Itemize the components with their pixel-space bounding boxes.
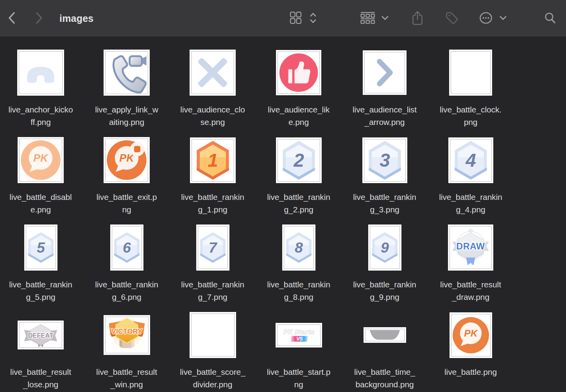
file-thumbnail[interactable]: PK [450,312,492,358]
svg-text:4: 4 [465,150,476,170]
file-thumbnail[interactable] [190,50,236,96]
file-thumbnail[interactable] [449,50,492,96]
view-sort-stepper[interactable] [310,12,317,25]
svg-text:9: 9 [381,239,389,256]
victory-badge-icon: VICTORY [106,317,148,353]
file-grid: live_anchor_kicko ff.png live_apply_link… [0,37,566,387]
file-item[interactable]: live_audience_list _arrow.png [342,37,428,125]
file-thumbnail[interactable]: PK [104,137,150,183]
file-thumbnail[interactable]: PK Starts VS [276,323,322,347]
file-item[interactable]: 9 live_battle_rankin g_9.png [342,212,428,299]
file-item[interactable]: live_battle_time_ background.png [342,299,428,387]
more-options-chevron[interactable] [500,16,507,21]
defeat-badge-icon: DEFEAT [20,323,62,347]
file-item[interactable]: live_anchor_kicko ff.png [0,37,84,125]
file-item[interactable]: 7 live_battle_rankin g_7.png [170,212,256,299]
group-by-icon [360,12,375,25]
draw-badge-icon: DRAW [450,226,491,269]
file-name[interactable]: live_battle_time_ background.png [342,366,428,391]
file-item[interactable]: live_audience_clo se.png [170,37,256,125]
blank-icon [192,314,234,356]
search-icon [544,12,556,25]
file-item[interactable]: DRAW live_battle_result _draw.png [428,212,514,299]
pk-starts-icon: PK Starts VS [278,325,320,346]
file-thumbnail[interactable]: PK [18,137,64,183]
finder-toolbar: images [0,0,566,37]
file-thumbnail[interactable]: 8 [282,225,315,271]
file-item[interactable]: 2 live_battle_rankin g_2.png [256,125,342,212]
svg-text:PK: PK [33,152,49,164]
blank-icon [451,52,490,94]
file-thumbnail[interactable]: DRAW [448,225,493,271]
rank-2-icon: 2 [278,139,320,181]
file-item[interactable]: DEFEAT live_battle_result _lose.png [0,299,84,387]
chevron-right-icon [35,11,43,26]
file-thumbnail[interactable]: 1 [190,137,236,183]
file-thumbnail[interactable] [364,327,406,343]
file-item[interactable]: PK Starts VS live_battle_start.p ng [256,299,342,387]
file-item[interactable]: live_battle_score_ divider.png [170,299,256,387]
file-item[interactable]: PK live_battle_disabl e.png [0,125,84,212]
share-icon [411,10,424,27]
more-ellipsis-icon [479,12,493,25]
file-item[interactable]: PK live_battle_exit.p ng [84,125,170,212]
file-thumbnail[interactable] [190,312,236,358]
file-thumbnail[interactable]: 9 [368,225,401,271]
rank-7-icon: 7 [198,226,227,269]
file-thumbnail[interactable]: VICTORY [104,315,150,355]
file-name[interactable]: live_battle_result _lose.png [0,366,84,391]
file-item[interactable]: PK live_battle.png [428,299,514,387]
file-thumbnail[interactable]: 3 [362,137,407,183]
file-item[interactable]: live_audience_lik e.png [256,37,342,125]
file-name[interactable]: live_battle_score_ divider.png [170,366,256,391]
group-by-button[interactable] [360,12,375,25]
file-thumbnail[interactable] [17,50,64,96]
file-thumbnail[interactable] [363,50,407,95]
chevron-right-icon [365,52,405,93]
rank-4-icon: 4 [450,139,491,181]
rank-3-icon: 3 [364,139,405,181]
file-thumbnail[interactable] [276,50,321,95]
file-item[interactable]: 4 live_battle_rankin g_4.png [428,125,514,212]
file-item[interactable]: 1 live_battle_rankin g_1.png [170,125,256,212]
file-name[interactable]: live_battle_result _win.png [84,366,170,391]
pk-disabled-icon: PK [20,139,62,181]
file-item[interactable]: 8 live_battle_rankin g_8.png [256,212,342,299]
share-button[interactable] [411,10,424,27]
svg-text:7: 7 [209,239,218,256]
file-item[interactable]: live_apply_link_w aiting.png [84,37,170,125]
back-button[interactable] [7,11,16,26]
rank-8-icon: 8 [284,226,313,269]
file-name[interactable]: live_battle.png [428,366,514,378]
file-name[interactable]: live_battle_start.p ng [256,366,342,391]
file-thumbnail[interactable]: 6 [110,225,143,271]
file-thumbnail[interactable]: 7 [196,225,229,271]
rank-5-icon: 5 [26,226,56,269]
chevron-down-icon [382,16,389,21]
pk-exit-icon: PK [106,139,148,181]
rank-1-icon: 1 [192,139,234,181]
group-by-chevron[interactable] [382,16,389,21]
window-title: images [59,13,93,24]
file-thumbnail[interactable]: DEFEAT [18,321,64,349]
svg-text:VICTORY: VICTORY [111,328,142,335]
svg-text:PK Starts: PK Starts [283,328,314,335]
file-item[interactable]: 6 live_battle_rankin g_6.png [84,212,170,299]
file-thumbnail[interactable]: 5 [24,225,57,271]
forward-button[interactable] [34,11,44,26]
file-thumbnail[interactable]: 4 [448,137,493,183]
svg-text:1: 1 [208,150,218,170]
view-mode-button[interactable] [290,11,302,25]
more-options-button[interactable] [479,12,493,25]
phone-video-icon [106,52,148,94]
file-item[interactable]: 3 live_battle_rankin g_3.png [342,125,428,212]
file-item[interactable]: VICTORY live_battle_result _win.png [84,299,170,387]
chevron-up-down-icon [310,12,317,25]
tag-button[interactable] [445,11,459,26]
file-item[interactable]: 5 live_battle_rankin g_5.png [0,212,84,299]
svg-text:DEFEAT: DEFEAT [28,332,53,339]
file-item[interactable]: live_battle_clock. png [428,37,514,125]
file-thumbnail[interactable] [104,50,150,96]
file-thumbnail[interactable]: 2 [276,137,322,183]
search-button[interactable] [544,12,556,25]
